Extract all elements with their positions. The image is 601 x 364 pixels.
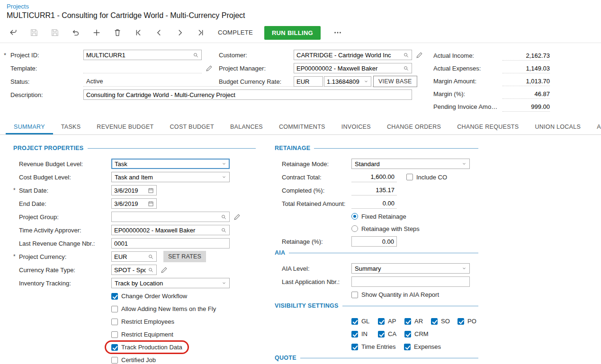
show-quantity-checkbox[interactable] xyxy=(351,292,358,298)
more-actions-button[interactable] xyxy=(327,26,348,40)
retainage-percent-field[interactable]: 0.00 xyxy=(351,236,397,247)
total-retained-amount-label: Total Retained Amount: xyxy=(282,200,351,207)
add-new-button[interactable] xyxy=(86,26,107,40)
next-record-button[interactable] xyxy=(170,26,190,40)
project-group-field[interactable] xyxy=(111,212,230,222)
tab-change-requests[interactable]: CHANGE REQUESTS xyxy=(449,120,527,134)
contract-total-row: Contract Total: 1,600.00 Include CO xyxy=(275,170,478,184)
tab-summary[interactable]: SUMMARY xyxy=(6,120,53,134)
save-button[interactable] xyxy=(45,26,65,40)
required-marker: * xyxy=(13,253,19,260)
po-checkbox[interactable] xyxy=(457,318,464,325)
first-record-button[interactable] xyxy=(128,26,149,40)
previous-record-button[interactable] xyxy=(149,26,170,40)
restrict-equipment-checkbox[interactable] xyxy=(111,331,118,338)
complete-button[interactable]: COMPLETE xyxy=(211,26,260,40)
revenue-budget-level-select[interactable]: Task xyxy=(111,159,230,169)
aia-level-select[interactable]: Summary xyxy=(351,263,470,274)
certified-job-checkbox[interactable] xyxy=(111,357,118,364)
so-checkbox[interactable] xyxy=(431,318,438,325)
include-co-checkbox[interactable] xyxy=(406,174,413,180)
expenses-checkbox[interactable] xyxy=(404,344,411,350)
last-record-icon xyxy=(197,28,205,37)
track-production-data-checkbox[interactable] xyxy=(111,344,118,351)
change-order-workflow-label: Change Order Workflow xyxy=(121,293,187,300)
last-revenue-change-nbr-field[interactable]: 0001 xyxy=(111,238,230,249)
time-entries-checkbox[interactable] xyxy=(351,344,358,350)
start-date-field[interactable]: 3/6/2019 xyxy=(111,185,157,195)
back-button[interactable] xyxy=(3,26,24,40)
visibility-expenses: Expenses xyxy=(404,343,441,350)
search-icon[interactable] xyxy=(148,267,154,273)
budget-currency-value: EUR xyxy=(296,78,320,85)
run-billing-button[interactable]: RUN BILLING xyxy=(264,26,321,40)
breadcrumb[interactable]: Projects xyxy=(7,3,29,10)
retainage-mode-select[interactable]: Standard xyxy=(351,159,470,169)
project-manager-value: EP00000002 - Maxwell Baker xyxy=(296,65,401,72)
visibility-po: PO xyxy=(457,318,476,325)
pencil-icon[interactable] xyxy=(161,266,168,274)
ca-checkbox[interactable] xyxy=(378,331,385,337)
budget-currency-field[interactable]: EUR xyxy=(294,76,323,87)
set-rates-button[interactable]: SET RATES xyxy=(163,251,206,262)
calendar-icon[interactable] xyxy=(148,201,154,207)
tab-tasks[interactable]: TASKS xyxy=(53,120,89,134)
ap-checkbox[interactable] xyxy=(378,318,385,325)
project-currency-label: Project Currency: xyxy=(19,253,111,260)
delete-button[interactable] xyxy=(107,26,128,40)
project-currency-field[interactable]: EUR xyxy=(111,251,157,262)
ellipsis-icon xyxy=(333,28,342,37)
undo-button[interactable] xyxy=(65,26,86,40)
tab-commitments[interactable]: COMMITMENTS xyxy=(271,120,333,134)
template-field[interactable] xyxy=(83,63,202,73)
search-icon[interactable] xyxy=(221,227,227,233)
fixed-retainage-radio[interactable] xyxy=(351,213,358,220)
search-icon[interactable] xyxy=(403,65,409,71)
last-application-nbr-field[interactable] xyxy=(351,276,470,287)
gl-checkbox[interactable] xyxy=(351,318,358,325)
calendar-icon[interactable] xyxy=(148,187,154,194)
aia-level-label: AIA Level: xyxy=(282,265,351,272)
inventory-tracking-select[interactable]: Track by Location xyxy=(111,278,230,288)
search-icon[interactable] xyxy=(148,254,154,260)
tab-revenue-budget[interactable]: REVENUE BUDGET xyxy=(89,120,161,134)
customer-field[interactable]: CARTRIDGE - Cartridge World Inc xyxy=(294,50,412,60)
currency-rate-type-field[interactable]: SPOT - Spo xyxy=(111,265,157,275)
tab-change-orders[interactable]: CHANGE ORDERS xyxy=(379,120,449,134)
save-close-button[interactable] xyxy=(24,26,45,40)
in-checkbox[interactable] xyxy=(351,331,358,337)
time-activity-approver-field[interactable]: EP00000002 - Maxwell Baker xyxy=(111,225,230,235)
retainage-with-steps-label: Retainage with Steps xyxy=(361,225,420,232)
tab-balances[interactable]: BALANCES xyxy=(222,120,271,134)
tab-invoices[interactable]: INVOICES xyxy=(333,120,379,134)
search-icon[interactable] xyxy=(403,52,409,58)
retainage-header: RETAINAGE xyxy=(275,144,478,152)
view-base-button[interactable]: VIEW BASE xyxy=(373,76,417,87)
project-id-field[interactable]: MULTICURR1 xyxy=(83,50,202,60)
retainage-with-steps-radio[interactable] xyxy=(351,225,358,232)
tab-union-locals[interactable]: UNION LOCALS xyxy=(527,120,589,134)
change-order-workflow-checkbox[interactable] xyxy=(111,293,118,300)
tab-activities[interactable]: ACTIVITIES xyxy=(589,120,601,134)
tab-cost-budget[interactable]: COST BUDGET xyxy=(162,120,222,134)
currency-rate-combo[interactable]: 1.13684809 xyxy=(324,76,371,87)
last-record-button[interactable] xyxy=(190,26,211,40)
retainage-percent-value: 0.00 xyxy=(382,238,394,245)
ar-checkbox[interactable] xyxy=(404,318,411,325)
search-icon[interactable] xyxy=(193,52,199,58)
retainage-mode-label: Retainage Mode: xyxy=(282,160,351,168)
end-date-field[interactable]: 3/6/2019 xyxy=(111,198,157,209)
project-manager-field[interactable]: EP00000002 - Maxwell Baker xyxy=(294,63,412,73)
restrict-employees-checkbox[interactable] xyxy=(111,319,118,325)
pencil-icon[interactable] xyxy=(233,213,241,221)
required-marker: * xyxy=(4,52,10,59)
crm-checkbox[interactable] xyxy=(404,331,411,337)
pencil-icon[interactable] xyxy=(206,65,213,72)
pencil-icon[interactable] xyxy=(416,52,423,59)
description-field[interactable]: Consulting for Cartridge World - Multi-C… xyxy=(83,89,412,100)
time-activity-approver-row: Time Activity Approver: EP00000002 - Max… xyxy=(13,223,256,237)
search-icon[interactable] xyxy=(221,214,227,220)
allow-adding-new-items-checkbox[interactable] xyxy=(111,306,118,312)
cost-budget-level-select[interactable]: Task and Item xyxy=(111,172,230,182)
so-label: SO xyxy=(441,318,450,325)
